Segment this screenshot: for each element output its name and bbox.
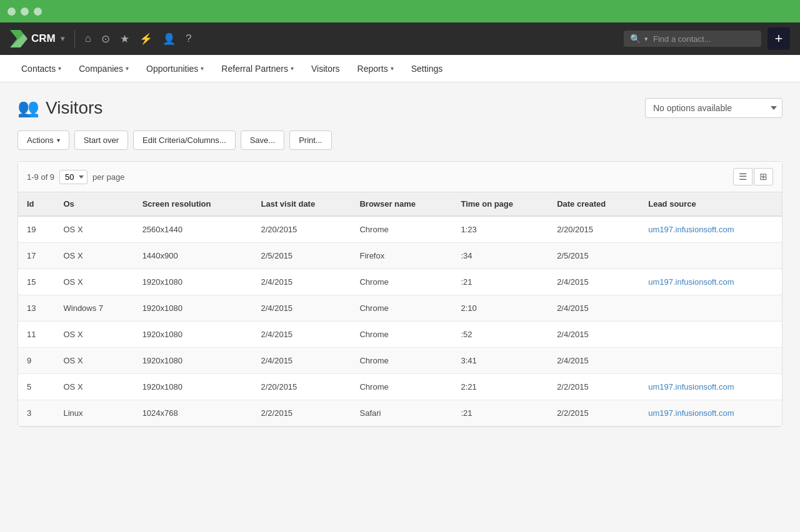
cell-id: 17 [18, 243, 55, 269]
cell-date-created: 2/5/2015 [548, 243, 639, 269]
table-row[interactable]: 13Windows 71920x10802/4/2015Chrome2:102/… [18, 295, 782, 322]
add-button[interactable]: + [768, 27, 790, 50]
actions-button[interactable]: Actions ▾ [18, 131, 69, 150]
cell-date-created: 2/20/2015 [548, 216, 639, 243]
visitors-icon: 👥 [18, 97, 39, 118]
cell-time-on-page: :21 [452, 269, 548, 295]
cell-resolution: 1024x768 [134, 400, 252, 426]
window-maximize-dot[interactable] [34, 7, 42, 16]
star-icon[interactable]: ★ [120, 32, 129, 46]
main-content: 👥 Visitors No options available Actions … [0, 82, 800, 532]
menu-referral-partners[interactable]: Referral Partners ▾ [212, 55, 302, 82]
options-dropdown[interactable]: No options available [645, 98, 782, 118]
search-dropdown-arrow[interactable]: ▾ [644, 35, 648, 43]
list-view-button[interactable]: ☰ [733, 168, 752, 185]
cell-resolution: 1920x1080 [134, 269, 252, 295]
reports-caret: ▾ [391, 65, 394, 72]
cell-time-on-page: 2:21 [452, 374, 548, 400]
cell-resolution: 2560x1440 [134, 216, 252, 243]
table-row[interactable]: 9OS X1920x10802/4/2015Chrome3:412/4/2015 [18, 348, 782, 374]
page-header: 👥 Visitors No options available [18, 97, 782, 118]
cell-date-created: 2/4/2015 [548, 322, 639, 348]
col-os: Os [55, 192, 134, 216]
grid-view-button[interactable]: ⊞ [754, 168, 773, 185]
col-id: Id [18, 192, 55, 216]
col-screen-resolution: Screen resolution [134, 192, 252, 216]
cell-date-created: 2/4/2015 [548, 295, 639, 322]
logo-icon [10, 30, 28, 47]
table-row[interactable]: 17OS X1440x9002/5/2015Firefox:342/5/2015 [18, 243, 782, 269]
cell-resolution: 1440x900 [134, 243, 252, 269]
cell-id: 11 [18, 322, 55, 348]
menu-reports[interactable]: Reports ▾ [349, 55, 402, 82]
lightning-icon[interactable]: ⚡ [139, 32, 152, 46]
table-row[interactable]: 15OS X1920x10802/4/2015Chrome:212/4/2015… [18, 269, 782, 295]
menu-companies[interactable]: Companies ▾ [70, 55, 138, 82]
cell-time-on-page: :21 [452, 400, 548, 426]
cell-browser: Firefox [351, 243, 452, 269]
cell-lead-source[interactable]: um197.infusionsoft.com [639, 374, 782, 400]
cell-id: 13 [18, 295, 55, 322]
table-row[interactable]: 11OS X1920x10802/4/2015Chrome:522/4/2015 [18, 322, 782, 348]
per-page-label: per page [92, 172, 124, 182]
cell-lead-source[interactable]: um197.infusionsoft.com [639, 400, 782, 426]
cell-last-visit: 2/20/2015 [252, 216, 351, 243]
home-icon[interactable]: ⌂ [85, 32, 91, 45]
menu-opportunities[interactable]: Opportunities ▾ [138, 55, 212, 82]
edit-criteria-button[interactable]: Edit Criteria/Columns... [133, 131, 236, 150]
cell-lead-source [639, 322, 782, 348]
cell-os: OS X [55, 322, 134, 348]
contacts-caret: ▾ [58, 65, 61, 72]
range-label: 1-9 of 9 [27, 172, 54, 182]
cell-date-created: 2/4/2015 [548, 269, 639, 295]
cell-last-visit: 2/4/2015 [252, 269, 351, 295]
view-toggle: ☰ ⊞ [733, 168, 773, 185]
cell-os: Linux [55, 400, 134, 426]
start-over-button[interactable]: Start over [74, 131, 128, 150]
table-row[interactable]: 3Linux1024x7682/2/2015Safari:212/2/2015u… [18, 400, 782, 426]
cell-last-visit: 2/2/2015 [252, 400, 351, 426]
menu-visitors[interactable]: Visitors [302, 55, 349, 82]
cell-resolution: 1920x1080 [134, 295, 252, 322]
toolbar: Actions ▾ Start over Edit Criteria/Colum… [18, 131, 782, 150]
user-icon[interactable]: 👤 [162, 32, 176, 46]
search-input[interactable] [653, 34, 753, 44]
cell-time-on-page: 1:23 [452, 216, 548, 243]
search-icon: 🔍 [630, 34, 641, 44]
app-logo[interactable]: CRM ▾ [10, 30, 75, 47]
menu-settings[interactable]: Settings [402, 55, 452, 82]
cell-os: OS X [55, 348, 134, 374]
menu-contacts[interactable]: Contacts ▾ [12, 55, 70, 82]
per-page-select[interactable]: 50 [59, 170, 88, 184]
window-minimize-dot[interactable] [21, 7, 29, 16]
table-header-row: Id Os Screen resolution Last visit date … [18, 192, 782, 216]
save-button[interactable]: Save... [241, 131, 284, 150]
table-row[interactable]: 5OS X1920x10802/20/2015Chrome2:212/2/201… [18, 374, 782, 400]
cell-browser: Chrome [351, 348, 452, 374]
cell-browser: Chrome [351, 295, 452, 322]
print-button[interactable]: Print... [289, 131, 332, 150]
app-name-caret[interactable]: ▾ [61, 34, 64, 43]
col-lead-source: Lead source [639, 192, 782, 216]
col-browser-name: Browser name [351, 192, 452, 216]
menu-bar: Contacts ▾ Companies ▾ Opportunities ▾ R… [0, 55, 800, 82]
cell-time-on-page: 3:41 [452, 348, 548, 374]
search-bar[interactable]: 🔍 ▾ [624, 31, 761, 47]
cell-date-created: 2/4/2015 [548, 348, 639, 374]
page-title: Visitors [46, 98, 102, 118]
help-icon[interactable]: ? [186, 32, 191, 45]
cell-id: 19 [18, 216, 55, 243]
window-close-dot[interactable] [8, 7, 16, 16]
clock-icon[interactable]: ⊙ [101, 32, 110, 46]
cell-lead-source [639, 243, 782, 269]
cell-time-on-page: :34 [452, 243, 548, 269]
app-name: CRM [31, 32, 56, 45]
cell-lead-source[interactable]: um197.infusionsoft.com [639, 216, 782, 243]
cell-resolution: 1920x1080 [134, 374, 252, 400]
cell-lead-source[interactable]: um197.infusionsoft.com [639, 269, 782, 295]
nav-icons: ⌂ ⊙ ★ ⚡ 👤 ? [85, 32, 624, 46]
col-time-on-page: Time on page [452, 192, 548, 216]
cell-last-visit: 2/4/2015 [252, 295, 351, 322]
companies-caret: ▾ [126, 65, 129, 72]
table-row[interactable]: 19OS X2560x14402/20/2015Chrome1:232/20/2… [18, 216, 782, 243]
